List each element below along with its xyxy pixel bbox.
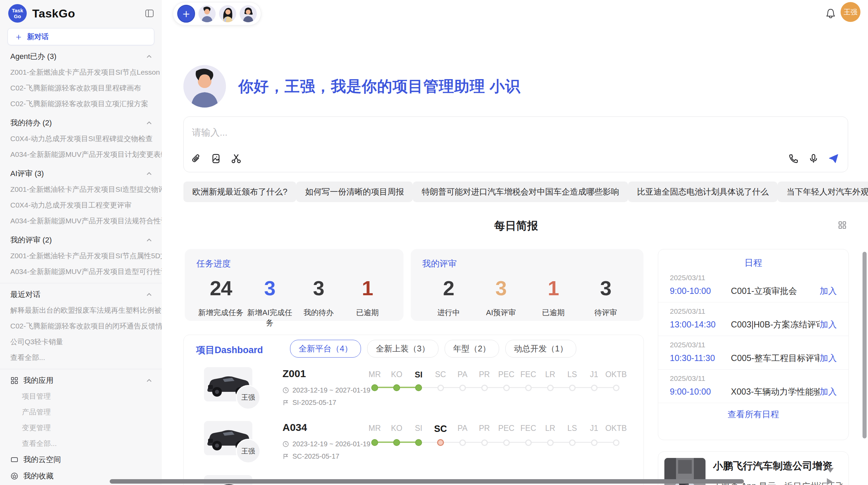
join-link[interactable]: 加入 (820, 386, 837, 397)
app-item[interactable]: 变更管理 (0, 420, 162, 436)
new-chat-label: 新对话 (27, 32, 49, 41)
microphone-icon[interactable] (808, 153, 819, 164)
chevron-up-icon[interactable] (145, 119, 153, 127)
view-all-schedule-link[interactable]: 查看所有日程 (658, 409, 848, 420)
chevron-up-icon[interactable] (145, 170, 153, 177)
send-icon[interactable] (828, 153, 840, 164)
recent-chat-view-all[interactable]: 查看全部... (0, 350, 162, 365)
stat: 1已逾期 (343, 277, 392, 328)
group-title[interactable]: 最近对话 (0, 287, 162, 302)
event-name: C005-整车工程目标评审 (731, 352, 820, 364)
suggestion-chip[interactable]: 欧洲新规最近颁布了什么? (183, 182, 296, 202)
project-code: Z001 (282, 368, 306, 380)
stat: 3AI预评审 (475, 277, 527, 318)
tab-all-new-platform[interactable]: 全新平台（4） (290, 340, 361, 358)
app-view-all[interactable]: 查看全部... (0, 436, 162, 451)
project-row[interactable]: 王强 Z001 2023-12-19 ~ 2027-01-19 SI-2025-… (184, 367, 643, 425)
flag-icon (282, 399, 289, 406)
chat-input-placeholder: 请输入... (192, 126, 228, 139)
join-link[interactable]: 加入 (820, 352, 837, 364)
taskgo-app: { "sidebar": { "logo_line1": "Task", "lo… (0, 0, 868, 485)
recent-chat-item[interactable]: 公司Q3轻卡销量 (0, 334, 162, 350)
tab-all-new-body[interactable]: 全新上装（3） (367, 340, 438, 358)
group-title[interactable]: 我的评审 (2) (0, 232, 162, 248)
suggestion-chip[interactable]: 特朗普可能对进口汽车增税会对中国车企造成哪些影响 (413, 182, 628, 202)
star-circle-icon (10, 472, 19, 480)
suggestion-chip[interactable]: 当下年轻人对汽车外观有怎样的喜好趋势 (777, 182, 868, 202)
event-time: 9:00-10:00 (670, 286, 731, 296)
event-time: 13:00-14:30 (670, 320, 731, 329)
schedule-event: 2025/03/11 9:00-10:00 C001-立项审批会 加入 (658, 269, 848, 302)
chat-input[interactable]: 请输入... (183, 116, 848, 172)
tab-year-model[interactable]: 年型（2） (445, 340, 499, 358)
attachment-icon[interactable] (191, 153, 202, 164)
sidebar-group-my-apps: 我的应用 项目管理 产品管理 变更管理 查看全部... (0, 373, 162, 451)
divider (0, 369, 162, 369)
input-toolbar-right (788, 153, 840, 164)
milestone-dots (364, 438, 627, 447)
sidebar-item[interactable]: Z001-全新燃油皮卡产品开发项目SI节点Lesson Learn报告 (0, 64, 162, 80)
image-icon[interactable] (210, 153, 221, 164)
event-name: C001-立项审批会 (731, 285, 820, 297)
phone-icon[interactable] (788, 153, 799, 164)
logo-text-2: Go (14, 13, 21, 19)
my-review-card: 我的评审 2进行中 3AI预评审 1已逾期 3待评审 (411, 249, 643, 321)
sidebar-item-cloud-space[interactable]: 我的云空间 (0, 451, 162, 468)
event-time: 9:00-10:00 (670, 387, 731, 397)
app-item[interactable]: 项目管理 (0, 388, 162, 404)
card-title: 我的评审 (422, 258, 632, 269)
event-name: C003|H0B-方案冻结评审 (731, 319, 820, 330)
group-title[interactable]: Agent已办 (3) (0, 49, 162, 64)
layout-grid-icon[interactable] (838, 221, 847, 229)
group-title[interactable]: 我的应用 (0, 373, 162, 388)
recent-chat-item[interactable]: C02-飞腾新能源轻客改款项目的闭环通告反馈情况 (0, 318, 162, 334)
chevron-up-icon[interactable] (145, 377, 153, 384)
project-flag-date: SI-2025-05-17 (282, 399, 336, 407)
clock-icon (282, 387, 289, 394)
dashboard-tabs: 全新平台（4） 全新上装（3） 年型（2） 动总开发（1） (290, 340, 576, 358)
scroll-right-arrow[interactable] (827, 478, 832, 485)
project-row[interactable]: 王强 A034 2023-12-19 ~ 2026-01-19 SC-2025-… (184, 421, 643, 479)
card-title: 任务进度 (196, 258, 392, 269)
sidebar-item[interactable]: A034-全新新能源MUV产品开发项目法规符合性评审 (0, 213, 162, 229)
stat: 3新增AI完成任务 (245, 277, 294, 328)
milestone-dots (364, 384, 627, 393)
join-link[interactable]: 加入 (820, 319, 837, 330)
sidebar-collapse-icon[interactable] (145, 9, 154, 18)
tab-powertrain-dev[interactable]: 动总开发（1） (505, 340, 576, 358)
app-item[interactable]: 产品管理 (0, 404, 162, 420)
logo-text-1: Task (12, 8, 23, 13)
sidebar-item[interactable]: C02-飞腾新能源轻客改款项目立项汇报方案 (0, 96, 162, 112)
event-date: 2025/03/11 (670, 307, 837, 315)
scroll-down-arrow[interactable] (827, 468, 834, 473)
join-link[interactable]: 加入 (820, 285, 837, 297)
suggestion-chips: 欧洲新规最近颁布了什么? 如何写一份清晰的项目周报 特朗普可能对进口汽车增税会对… (183, 182, 849, 202)
chevron-up-icon[interactable] (145, 53, 153, 60)
group-title[interactable]: AI评审 (3) (0, 166, 162, 182)
sidebar-item[interactable]: C0X4-动力总成开发项目SI里程碑提交物检查 (0, 131, 162, 147)
sidebar-item[interactable]: A034-全新新能源MUV产品开发项目造型可行性评审 (0, 264, 162, 279)
group-title[interactable]: 我的待办 (2) (0, 115, 162, 131)
sidebar-item[interactable]: Z001-全新燃油轻卡产品开发项目SI节点属性5D文件评审 (0, 248, 162, 264)
vertical-scrollbar[interactable] (863, 252, 867, 438)
horizontal-scrollbar[interactable] (110, 479, 744, 484)
scissors-icon[interactable] (230, 153, 242, 164)
sidebar-item[interactable]: A034-全新新能源MUV产品开发项目计划变更表编写 (0, 147, 162, 162)
chevron-up-icon[interactable] (145, 236, 153, 244)
chevron-up-icon[interactable] (145, 291, 153, 298)
sidebar-item[interactable]: Z001-全新燃油轻卡产品开发项目SI造型提交物评审 (0, 182, 162, 197)
event-date: 2025/03/11 (670, 374, 837, 383)
milestone-chain: MRKOSISCPAPRPECFECLRLSJ1OKTB (364, 424, 627, 447)
milestone-labels: MRKOSISCPAPRPECFECLRLSJ1OKTB (364, 370, 627, 380)
sidebar-item[interactable]: C0X4-动力总成开发项目工程变更评审 (0, 197, 162, 213)
dashboard-header: 项目Dashboard (196, 344, 263, 356)
news-title: 小鹏飞行汽车制造公司增资 (713, 459, 842, 473)
suggestion-chip[interactable]: 如何写一份清晰的项目周报 (296, 182, 413, 202)
sidebar-item[interactable]: C02-飞腾新能源轻客改款项目里程碑画布 (0, 80, 162, 96)
new-chat-button[interactable]: ＋ 新对话 (8, 28, 154, 45)
suggestion-chip[interactable]: 比亚迪全固态电池计划具体说了什么 (628, 182, 777, 202)
stats-row: 24新增完成任务 3新增AI完成任务 3我的待办 1已逾期 (196, 277, 392, 328)
project-code: A034 (282, 422, 307, 433)
sidebar-header: Task Go TaskGo (0, 0, 162, 25)
recent-chat-item[interactable]: 解释最新出台的欧盟报废车法规再生塑料比例被调至15%... (0, 302, 162, 318)
